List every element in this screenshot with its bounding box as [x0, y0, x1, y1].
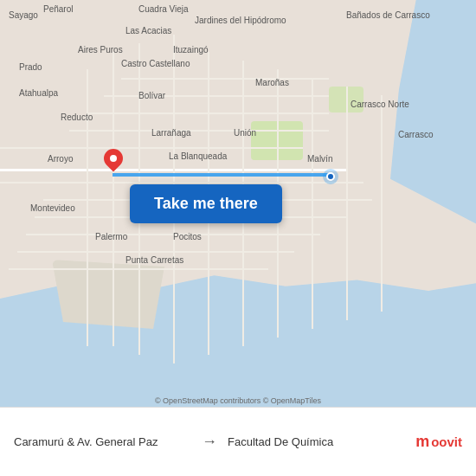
place-label: Bañados de Carrasco: [346, 10, 430, 20]
place-label: Castro Castellano: [121, 59, 190, 68]
place-label: Jardines del Hipódromo: [195, 16, 286, 25]
bottom-bar: Caramurú & Av. General Paz → Facultad De…: [0, 407, 476, 476]
road: [87, 69, 88, 346]
route-line: [113, 173, 329, 177]
place-label: Atahualpa: [19, 88, 58, 98]
road: [69, 130, 329, 132]
road: [121, 78, 329, 80]
destination-marker: [104, 149, 123, 173]
origin-label: Caramurú & Av. General Paz: [14, 435, 191, 448]
place-label: Larrañaga: [151, 128, 191, 138]
road: [0, 147, 303, 149]
road: [381, 95, 383, 312]
pin-dot: [110, 155, 117, 162]
road: [113, 52, 114, 346]
arrow-icon: →: [202, 433, 217, 451]
place-label: Palermo: [95, 232, 127, 241]
road: [0, 182, 363, 183]
place-label: La Blanqueada: [169, 151, 227, 161]
place-label: Aires Puros: [78, 45, 123, 55]
place-label: Reducto: [61, 113, 93, 122]
take-me-there-button[interactable]: Take me there: [130, 184, 282, 223]
peninsula: [52, 260, 164, 329]
place-label: Peñarol: [43, 4, 73, 14]
moovit-m-letter: m: [415, 433, 429, 451]
road: [104, 95, 329, 97]
place-label: Arroyo: [48, 154, 73, 164]
place-label: Cuadra Vieja: [138, 4, 189, 14]
map-container: SayagoPeñarolCuadra ViejaLas AcaciasJard…: [0, 0, 476, 407]
place-label: Unión: [234, 128, 256, 138]
place-label: Pocitos: [173, 232, 202, 241]
origin-marker: [323, 169, 338, 184]
water-east: [390, 0, 476, 224]
moovit-wordmark: oovit: [431, 434, 462, 449]
place-label: Carrasco: [398, 130, 434, 139]
road: [312, 78, 313, 329]
destination-label: Facultad De Química: [228, 435, 405, 448]
place-label: Bolívar: [138, 91, 165, 100]
place-label: Malvín: [307, 154, 332, 164]
road: [17, 251, 294, 253]
dot-inner: [326, 172, 335, 181]
place-label: Maroñas: [255, 78, 289, 87]
place-label: Ituzaingó: [173, 45, 209, 55]
pin-body: [100, 145, 126, 171]
place-label: Sayago: [9, 10, 38, 20]
moovit-logo: m oovit: [415, 433, 462, 451]
place-label: Punta Carretas: [125, 255, 183, 265]
map-attribution: © OpenStreetMap contributors © OpenMapTi…: [0, 396, 476, 405]
place-label: Carrasco Norte: [351, 100, 409, 109]
place-label: Prado: [19, 62, 42, 72]
place-label: Montevideo: [30, 203, 75, 213]
place-label: Las Acacias: [125, 26, 171, 35]
road: [346, 87, 348, 320]
